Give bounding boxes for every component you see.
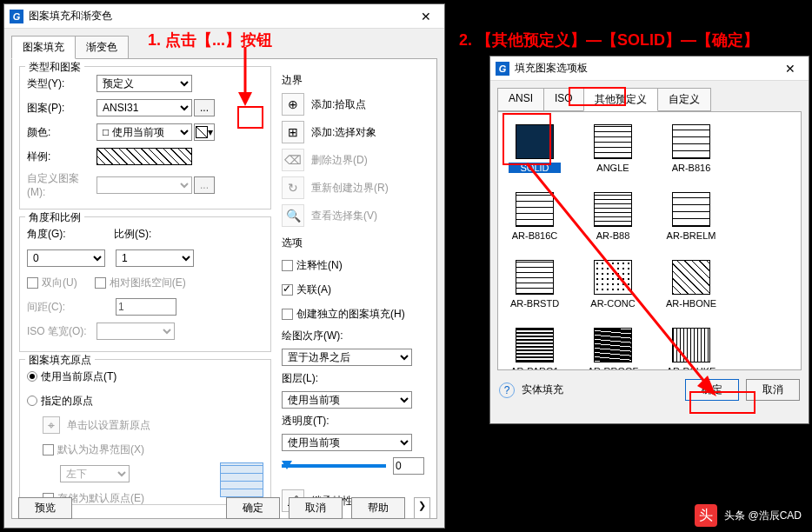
add-pickpoint-label: 添加:拾取点 <box>311 97 366 112</box>
pattern-name: ANGLE <box>587 163 639 173</box>
pattern-thumb <box>594 192 632 227</box>
view-selection-icon: 🔍 <box>282 204 304 227</box>
assoc-checkbox[interactable] <box>282 284 293 296</box>
pattern-name: AR-BRELM <box>665 230 717 241</box>
pattern-item-solid[interactable]: SOLID <box>509 124 561 173</box>
pattern-item[interactable]: AR-BRELM <box>665 192 717 241</box>
color-select[interactable]: □ 使用当前项 <box>97 123 192 141</box>
app-logo-icon: G <box>496 62 509 76</box>
tab-other-predefined[interactable]: 其他预定义 <box>583 88 658 111</box>
window-title: 图案填充和渐变色 <box>29 9 413 23</box>
specify-origin-radio[interactable] <box>27 396 37 406</box>
spacing-label: 间距(C): <box>27 300 88 315</box>
pattern-thumb <box>516 192 554 227</box>
boundary-label: 边界 <box>282 73 438 88</box>
group-label: 图案填充原点 <box>25 353 95 368</box>
type-select[interactable]: 预定义 <box>97 75 192 92</box>
pattern-item[interactable]: AR-PARQ1 <box>509 328 561 370</box>
tab-content: 类型和图案 类型(Y): 预定义 图案(P): ANSI31 ... 颜色: □… <box>11 58 437 519</box>
pattern-name: AR-B816 <box>665 163 717 173</box>
pattern-item[interactable]: AR-B88 <box>587 192 639 241</box>
pattern-name: AR-B88 <box>587 230 639 241</box>
pattern-thumb <box>594 260 632 295</box>
pattern-grid[interactable]: SOLID ANGLE AR-B816 AR-B816C AR-B88 AR-B… <box>497 111 802 370</box>
group-label: 类型和图案 <box>25 60 84 75</box>
tab-gradient[interactable]: 渐变色 <box>75 36 129 59</box>
default-range-checkbox <box>43 444 54 456</box>
recreate-boundary-icon: ↻ <box>282 176 304 199</box>
iso-label: ISO 笔宽(O): <box>27 324 97 339</box>
pattern-browse-button[interactable]: ... <box>194 99 215 116</box>
independent-checkbox[interactable] <box>282 309 293 320</box>
annotative-checkbox[interactable] <box>282 260 293 271</box>
expand-icon[interactable]: ❯ <box>414 497 430 519</box>
sample-swatch[interactable] <box>97 148 192 165</box>
close-icon[interactable]: ✕ <box>413 10 439 23</box>
type-label: 类型(Y): <box>27 76 97 91</box>
origin-pos-select: 左下 <box>60 465 130 482</box>
pattern-thumb <box>672 328 710 362</box>
main-tabs: 图案填充 渐变色 <box>11 36 437 59</box>
relpaper-checkbox[interactable] <box>95 277 106 289</box>
ok-button[interactable]: 确定 <box>226 497 280 519</box>
tab-hatch[interactable]: 图案填充 <box>11 36 76 59</box>
color-swatch-button[interactable]: ▾ <box>194 123 215 141</box>
watermark: 头 头条 @浩辰CAD <box>695 504 802 527</box>
annotative-label: 注释性(N) <box>296 258 343 273</box>
sample-label: 样例: <box>27 150 97 164</box>
tab-custom[interactable]: 自定义 <box>657 88 711 111</box>
help-button[interactable]: 帮助 <box>351 497 405 519</box>
cancel-button[interactable]: 取消 <box>746 379 800 401</box>
watermark-icon: 头 <box>695 504 717 527</box>
tab-iso[interactable]: ISO <box>543 88 584 111</box>
pattern-thumb <box>516 124 554 159</box>
ok-button[interactable]: 确定 <box>685 379 739 401</box>
specify-origin-label: 指定的原点 <box>41 394 93 409</box>
pattern-thumb <box>594 328 632 362</box>
layer-select[interactable]: 使用当前项 <box>282 391 412 409</box>
transparency-slider[interactable] <box>282 464 386 468</box>
pattern-item[interactable]: AR-B816C <box>509 192 561 241</box>
pattern-item[interactable]: AR-RSHKE <box>665 328 717 370</box>
tab-ansi[interactable]: ANSI <box>497 88 544 111</box>
scale-select[interactable]: 1 <box>116 249 194 267</box>
pattern-item[interactable]: AR-CONC <box>587 260 639 309</box>
pattern-name: AR-B816C <box>509 230 561 241</box>
add-select-icon[interactable]: ⊞ <box>282 121 304 143</box>
use-current-origin-label: 使用当前原点(T) <box>41 369 116 384</box>
draworder-select[interactable]: 置于边界之后 <box>282 349 412 366</box>
origin-preview-icon <box>220 462 263 497</box>
transparency-select[interactable]: 使用当前项 <box>282 434 412 451</box>
pattern-label: 图案(P): <box>27 101 97 116</box>
bidir-label: 双向(U) <box>42 276 77 290</box>
palette-footer: ? 实体填充 确定 取消 <box>490 370 809 409</box>
pattern-item[interactable]: AR-B816 <box>665 124 717 173</box>
pattern-item[interactable]: AR-RROOF <box>587 328 639 370</box>
window-title: 填充图案选项板 <box>515 61 777 76</box>
watermark-text: 头条 @浩辰CAD <box>724 509 802 523</box>
use-current-origin-radio[interactable] <box>27 371 37 382</box>
transparency-value[interactable] <box>393 457 424 475</box>
add-pickpoint-icon[interactable]: ⊕ <box>282 93 304 116</box>
app-logo-icon: G <box>10 10 23 23</box>
pattern-thumb <box>672 124 710 159</box>
view-selection-label: 查看选择集(V) <box>311 209 377 223</box>
pattern-item[interactable]: AR-BRSTD <box>509 260 561 309</box>
custom-pattern-select <box>97 176 192 194</box>
pattern-thumb <box>672 192 710 227</box>
angle-label: 角度(G): <box>27 227 88 242</box>
right-column: 边界 ⊕添加:拾取点 ⊞添加:选择对象 ⌫删除边界(D) ↻重新创建边界(R) … <box>282 73 438 517</box>
help-icon[interactable]: ? <box>499 382 515 398</box>
pattern-select[interactable]: ANSI31 <box>97 99 192 116</box>
angle-select[interactable]: 0 <box>27 249 105 267</box>
independent-label: 创建独立的图案填充(H) <box>296 307 405 322</box>
preview-button[interactable]: 预览 <box>18 497 72 519</box>
scale-label: 比例(S): <box>114 227 175 242</box>
bidir-checkbox[interactable] <box>27 277 38 289</box>
close-icon[interactable]: ✕ <box>777 62 803 76</box>
layer-label: 图层(L): <box>282 371 438 386</box>
cancel-button[interactable]: 取消 <box>289 497 343 519</box>
transparency-label: 透明度(T): <box>282 414 438 429</box>
pattern-item[interactable]: ANGLE <box>587 124 639 173</box>
pattern-item[interactable]: AR-HBONE <box>665 260 717 309</box>
